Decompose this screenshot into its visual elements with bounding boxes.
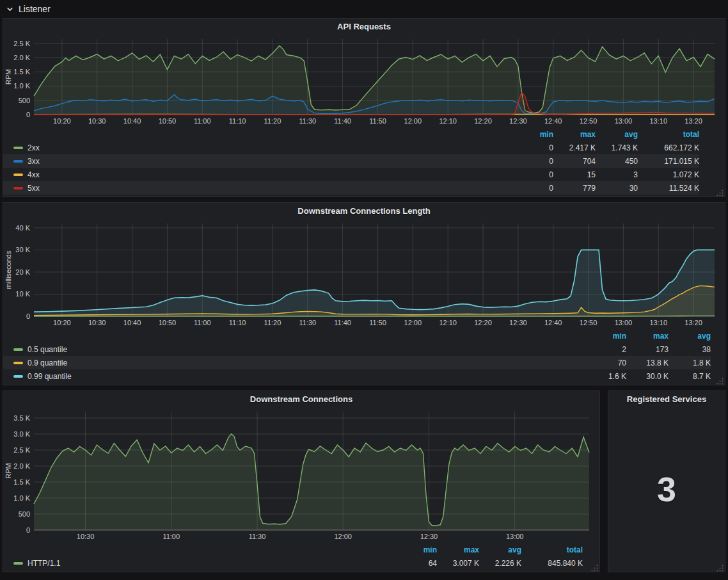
legend-header-avg[interactable]: avg (479, 545, 521, 554)
x-tick-label: 11:50 (369, 319, 386, 326)
legend-series-toggle-4xx[interactable]: 4xx (13, 170, 511, 179)
series-color-swatch-icon (13, 375, 23, 378)
legend-series-label: 0.9 quantile (28, 358, 67, 367)
y-tick-label: 0 (26, 111, 30, 118)
y-tick-label: 2.5 K (13, 446, 30, 454)
legend-header-max[interactable]: max (437, 545, 479, 554)
series-color-swatch-icon (13, 348, 23, 351)
legend-row-0.5 quantile: 0.5 quantile217338 (3, 342, 711, 356)
y-tick-label: 500 (19, 97, 30, 104)
legend-value-avg: 8.7 K (669, 372, 711, 381)
legend-header-max[interactable]: max (553, 130, 596, 139)
legend-value-avg: 30 (596, 184, 638, 193)
legend-header-min[interactable]: min (511, 130, 553, 139)
legend-series-label: 3xx (28, 157, 40, 166)
resize-grip-icon[interactable] (716, 563, 724, 570)
registered-services-value: 3 (657, 469, 676, 509)
y-axis-label: milliseconds (4, 250, 12, 289)
legend-header-avg[interactable]: avg (596, 130, 638, 139)
x-tick-label: 11:10 (229, 117, 246, 125)
x-tick-label: 13:20 (684, 117, 702, 125)
y-tick-label: 40 K (15, 224, 30, 232)
y-tick-label: 500 (19, 510, 30, 518)
x-tick-label: 11:00 (162, 533, 180, 540)
legend-value-min: 0 (511, 184, 553, 193)
bottom-panel-row: Downstream Connections 10:3011:0011:3012… (3, 391, 725, 572)
chart-connections-length[interactable]: 10:2010:3010:4010:5011:0011:1011:2011:30… (3, 218, 725, 329)
resize-grip-icon[interactable] (716, 188, 724, 195)
legend-header-avg[interactable]: avg (669, 332, 711, 341)
row-title: Listener (19, 4, 51, 14)
x-tick-label: 11:20 (264, 319, 281, 326)
legend-header-min[interactable]: min (584, 332, 626, 341)
legend-value-total: 171.015 K (638, 157, 699, 166)
legend-series-toggle-3xx[interactable]: 3xx (13, 157, 511, 166)
legend-series-label: HTTP/1.1 (28, 559, 60, 568)
x-tick-label: 11:40 (334, 319, 351, 326)
x-tick-label: 12:30 (509, 319, 527, 326)
legend-value-min: 0 (511, 170, 553, 179)
x-tick-label: 12:50 (580, 319, 597, 326)
x-tick-label: 10:30 (77, 533, 95, 540)
chart-svg-api-requests: 10:2010:3010:4010:5011:0011:1011:2011:30… (3, 34, 725, 127)
resize-grip-icon[interactable] (590, 563, 598, 570)
x-tick-label: 12:00 (404, 117, 422, 125)
y-tick-label: 1.0 K (13, 494, 30, 502)
x-tick-label: 12:20 (474, 117, 492, 125)
y-tick-label: 1.0 K (13, 82, 30, 90)
x-tick-label: 13:20 (684, 319, 702, 326)
row-header-listener[interactable]: Listener (0, 0, 728, 18)
y-tick-label: 20 K (15, 268, 30, 276)
legend-series-toggle-0.99 quantile[interactable]: 0.99 quantile (13, 372, 584, 381)
legend-header-max[interactable]: max (626, 332, 669, 341)
panel-title-connections-length[interactable]: Downstream Connections Length (3, 203, 725, 218)
legend-value-max: 30.0 K (626, 372, 669, 381)
legend-series-toggle-HTTP/1.1[interactable]: HTTP/1.1 (13, 559, 395, 568)
chart-downstream-connections[interactable]: 10:3011:0011:3012:0012:3013:0005001.0 K1… (3, 407, 599, 543)
series-color-swatch-icon (13, 187, 23, 189)
panel-title-registered-services[interactable]: Registered Services (608, 391, 725, 407)
legend-series-toggle-5xx[interactable]: 5xx (13, 184, 511, 193)
legend-value-max: 3.007 K (437, 559, 479, 568)
legend-value-avg: 38 (669, 345, 711, 354)
resize-grip-icon[interactable] (716, 376, 724, 383)
chevron-down-icon (6, 5, 14, 13)
legend-series-toggle-0.9 quantile[interactable]: 0.9 quantile (13, 358, 584, 367)
x-tick-label: 11:50 (369, 117, 386, 125)
panel-title-api-requests[interactable]: API Requests (3, 19, 725, 34)
x-tick-label: 11:20 (264, 117, 281, 125)
legend-value-min: 2 (584, 345, 626, 354)
y-tick-label: 0 (26, 526, 30, 534)
panel-title-downstream-connections[interactable]: Downstream Connections (3, 391, 599, 407)
x-tick-label: 13:00 (615, 319, 633, 326)
legend-value-max: 704 (553, 157, 596, 166)
x-tick-label: 12:50 (580, 117, 597, 125)
legend-value-avg: 1.743 K (596, 143, 638, 152)
legend-row-3xx: 3xx0704450171.015 K (3, 154, 699, 168)
legend-value-avg: 3 (596, 170, 638, 179)
legend-value-min: 0 (511, 143, 553, 152)
x-tick-label: 11:30 (299, 117, 316, 125)
legend-header-total[interactable]: total (521, 545, 583, 554)
chart-api-requests[interactable]: 10:2010:3010:4010:5011:0011:1011:2011:30… (3, 34, 725, 127)
legend-value-total: 662.172 K (638, 143, 699, 152)
legend-value-max: 2.417 K (553, 143, 596, 152)
x-tick-label: 10:20 (53, 319, 71, 326)
x-tick-label: 10:30 (88, 319, 106, 326)
series-fill-HTTP/1.1 (34, 434, 589, 530)
singlestat-wrap: 3 (608, 407, 725, 572)
legend-header-min[interactable]: min (395, 545, 437, 554)
legend-value-min: 0 (511, 157, 553, 166)
legend-row-0.9 quantile: 0.9 quantile7013.8 K1.8 K (3, 356, 711, 369)
legend-row-5xx: 5xx07793011.524 K (3, 181, 699, 195)
legend-series-toggle-0.5 quantile[interactable]: 0.5 quantile (13, 345, 584, 354)
legend-row-0.99 quantile: 0.99 quantile1.6 K30.0 K8.7 K (3, 369, 711, 383)
y-tick-label: 2.5 K (13, 40, 30, 47)
series-color-swatch-icon (13, 562, 23, 565)
x-tick-label: 12:00 (334, 533, 352, 540)
legend-header-row: minmaxavgtotal (3, 127, 699, 141)
x-tick-label: 10:40 (123, 319, 141, 326)
legend-header-total[interactable]: total (638, 130, 699, 139)
x-tick-label: 13:00 (506, 533, 524, 540)
legend-series-toggle-2xx[interactable]: 2xx (13, 143, 511, 152)
